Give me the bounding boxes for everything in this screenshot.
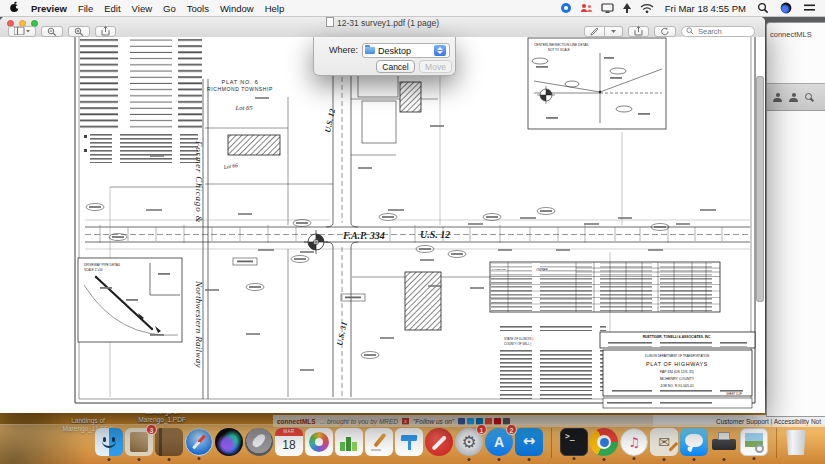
dock-icon-launchpad[interactable] <box>245 428 273 456</box>
spotlight-icon[interactable] <box>757 2 769 14</box>
railway-label-1: Former Chicago & <box>194 140 204 223</box>
window-titlebar[interactable]: 12-31 survey1.pdf (1 page) <box>0 17 765 38</box>
dock-icon-photos[interactable] <box>305 428 333 456</box>
app-store-badge: 2 <box>506 424 517 435</box>
lot-65-label: Lot 65 <box>235 104 254 111</box>
move-to-dialog: Where: Desktop Cancel Move <box>313 37 456 76</box>
notification-center-icon[interactable] <box>803 2 816 14</box>
menu-status-icons <box>560 2 654 14</box>
location-value: Desktop <box>378 46 430 56</box>
dock-icon-mail[interactable]: 3 <box>125 428 153 456</box>
dock-icon-calendar[interactable]: MAR18 <box>275 428 303 456</box>
menu-go[interactable]: Go <box>163 3 176 14</box>
running-indicator <box>723 458 726 461</box>
menu-preview[interactable]: Preview <box>31 3 67 14</box>
menu-help[interactable]: Help <box>265 3 285 14</box>
dock-icon-finder[interactable] <box>95 428 123 456</box>
dock-icon-chrome[interactable] <box>590 428 618 456</box>
running-indicator <box>138 458 141 461</box>
running-indicator <box>603 458 606 461</box>
driveway-pipe-detail-inset: DRIVEWAY PIPE DETAIL SCALE 1"=50' <box>78 258 182 342</box>
folder-icon <box>365 47 375 54</box>
dock-icon-system-preferences[interactable]: 1 <box>455 428 483 456</box>
menu-edit[interactable]: Edit <box>104 3 120 14</box>
dock-icon-keynote[interactable] <box>395 428 423 456</box>
menu-window[interactable]: Window <box>220 3 254 14</box>
dock-icon-notes[interactable] <box>155 428 183 456</box>
where-label: Where: <box>320 45 358 55</box>
arrow-up-icon[interactable] <box>622 2 632 14</box>
running-indicator <box>633 457 636 460</box>
users-icon[interactable] <box>789 93 798 102</box>
dock-icon-safari[interactable] <box>185 428 213 456</box>
running-indicator <box>663 458 666 461</box>
menu-tools[interactable]: Tools <box>187 3 209 14</box>
route-line: FAP 334 (US 12/IL 31) <box>660 370 694 374</box>
running-indicator <box>498 458 501 461</box>
zoom-out-button[interactable] <box>41 26 63 37</box>
menu-view[interactable]: View <box>132 3 152 14</box>
view-sidebar-button[interactable] <box>8 26 36 37</box>
dock-icon-itunes[interactable] <box>620 428 648 456</box>
dock-icon-terminal[interactable] <box>560 428 588 456</box>
window-title-text: 12-31 survey1.pdf (1 page) <box>337 18 439 28</box>
zoom-in-button[interactable] <box>68 26 90 37</box>
dock-icon-trash[interactable] <box>785 430 807 455</box>
share-button-left[interactable] <box>95 26 116 37</box>
location-dropdown[interactable]: Desktop <box>362 43 450 58</box>
search-input[interactable] <box>696 26 750 37</box>
markup-button[interactable] <box>584 26 605 37</box>
running-indicator <box>168 458 171 461</box>
screen: Landings of Marengo_11.PDF Landings of M… <box>0 0 825 464</box>
sheet-label: SHEET 3 OF <box>726 392 742 396</box>
running-indicator <box>693 458 696 461</box>
dropdown-stepper-icon <box>434 45 446 56</box>
siri-menu-icon[interactable] <box>780 2 792 14</box>
dock-icon-messages[interactable] <box>680 428 708 456</box>
table-header-parcel: PARCEL NO. <box>492 268 507 271</box>
dock-divider <box>776 428 777 458</box>
plat-title-line1: PLAT NO. 6 <box>221 79 258 85</box>
search-field[interactable] <box>681 26 755 37</box>
menu-clock[interactable]: Fri Mar 18 4:55 PM <box>665 3 746 14</box>
users-status-icon[interactable] <box>580 2 593 14</box>
dock-icon-pages[interactable] <box>365 428 393 456</box>
dock-icon-preview[interactable] <box>740 428 768 456</box>
calendar-month: MAR <box>275 428 303 436</box>
dock-icon-stationery[interactable] <box>650 428 678 456</box>
dock-icon-blocked-app[interactable] <box>425 428 453 456</box>
parcel-table: PARCEL NO. OWNER <box>490 262 720 312</box>
document-area[interactable]: PLAT NO. 6 RICHMOND TOWNSHIP Lot 65 Lot … <box>0 37 765 413</box>
background-window[interactable]: connectMLS <box>766 22 825 417</box>
dock-icon-printer[interactable] <box>710 428 738 456</box>
markup-dropdown-button[interactable] <box>605 26 623 37</box>
dock-icon-app-store[interactable]: 2 <box>485 428 513 456</box>
menu-bar: Preview File Edit View Go Tools Window H… <box>0 0 825 17</box>
wifi-icon[interactable] <box>640 2 654 14</box>
plat-of-highways: PLAT OF HIGHWAYS <box>646 361 708 367</box>
driveway-detail-title: DRIVEWAY PIPE DETAIL <box>84 263 121 267</box>
preview-window: 12-31 survey1.pdf (1 page) <box>0 17 765 413</box>
user-icon[interactable] <box>773 93 782 102</box>
menu-file[interactable]: File <box>78 3 93 14</box>
dock: 3 MAR18 1 2 <box>0 424 825 464</box>
dock-icon-teamviewer[interactable] <box>515 428 543 456</box>
rotate-button[interactable] <box>654 26 676 37</box>
toolbar-left <box>8 26 116 37</box>
dock-icon-siri[interactable] <box>215 428 243 456</box>
driveway-detail-scale: SCALE 1"=50' <box>84 268 103 272</box>
cancel-button[interactable]: Cancel <box>376 60 415 73</box>
search-icon[interactable] <box>805 93 814 102</box>
cert-state: STATE OF ILLINOIS ) <box>504 337 533 341</box>
dock-icon-numbers[interactable] <box>335 428 363 456</box>
share-button[interactable] <box>628 26 649 37</box>
railway-label-2: Northwestern Railway <box>194 280 204 368</box>
vertical-scrollbar[interactable] <box>756 76 764 302</box>
map-legend <box>80 39 202 163</box>
county-label: MCHENRY COUNTY <box>660 377 695 381</box>
apple-menu-icon[interactable] <box>9 1 20 15</box>
blue-app-status-icon[interactable] <box>560 2 572 14</box>
move-button[interactable]: Move <box>419 60 452 73</box>
display-icon[interactable] <box>601 2 614 14</box>
running-indicator <box>573 457 576 460</box>
